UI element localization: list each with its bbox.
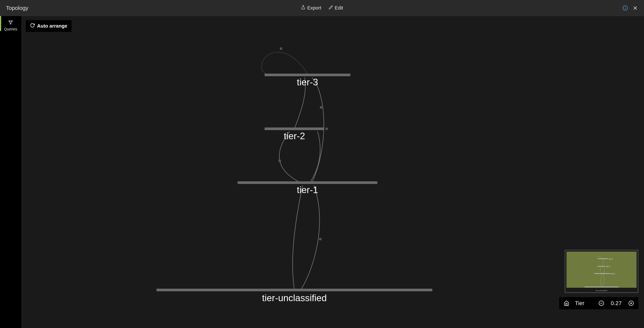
- header-right-actions: [622, 5, 638, 11]
- close-icon[interactable]: [632, 5, 638, 11]
- node-tier-3[interactable]: [264, 74, 350, 76]
- export-icon: [301, 5, 306, 11]
- zoom-out-button[interactable]: [598, 300, 604, 306]
- body: Queries Auto arrange: [0, 16, 644, 328]
- edge-tier3-loop: [262, 52, 308, 75]
- zoom-in-button[interactable]: [628, 300, 634, 306]
- edit-label: Edit: [335, 5, 343, 11]
- sidebar: Queries: [0, 16, 21, 328]
- minimap-viewport[interactable]: tier-3 tier-2 tier-1: [566, 252, 636, 288]
- header: Topology Export Edit: [0, 0, 644, 16]
- queries-icon: [8, 20, 13, 26]
- edge-port: [326, 128, 328, 130]
- export-button[interactable]: Export: [301, 5, 321, 11]
- zoom-controls: Tier 0.27: [559, 297, 638, 309]
- node-label-tier-2: tier-2: [284, 131, 305, 141]
- svg-rect-13: [594, 273, 610, 274]
- node-label-tier-1: tier-1: [297, 185, 318, 195]
- edit-button[interactable]: Edit: [329, 5, 343, 11]
- node-tier-1[interactable]: [238, 181, 377, 184]
- node-tier-unclassified[interactable]: [156, 289, 432, 291]
- svg-text:tier-3: tier-3: [609, 258, 613, 260]
- info-icon[interactable]: [622, 5, 628, 11]
- export-label: Export: [307, 5, 321, 11]
- svg-rect-11: [598, 266, 606, 267]
- svg-text:tier-1: tier-1: [611, 273, 615, 275]
- edge-tier1-unclass-b: [301, 185, 320, 290]
- edge-port: [279, 160, 281, 162]
- header-center-actions: Export Edit: [301, 5, 343, 11]
- minimap[interactable]: tier-3 tier-2 tier-1 tier-unclass: [564, 250, 638, 293]
- svg-rect-15: [584, 287, 618, 287]
- node-label-tier-3: tier-3: [297, 77, 318, 88]
- edge-port: [320, 106, 322, 108]
- edge-port: [320, 238, 321, 240]
- sidebar-item-queries[interactable]: Queries: [4, 18, 17, 33]
- edge-tier1-unclass-a: [292, 185, 302, 290]
- sidebar-item-label: Queries: [4, 27, 17, 31]
- topology-svg: tier-3 tier-2 tier-1 tier-unclassified: [21, 16, 644, 328]
- minimap-footer: tier-unclassified: [565, 289, 638, 292]
- edge-port: [280, 48, 282, 50]
- node-tier-2[interactable]: [264, 128, 324, 130]
- zoom-value: 0.27: [610, 300, 623, 306]
- zoom-mode-label[interactable]: Tier: [575, 300, 584, 306]
- app-root: Topology Export Edit: [0, 0, 644, 328]
- svg-text:tier-2: tier-2: [606, 266, 610, 268]
- pencil-icon: [329, 5, 333, 11]
- node-label-tier-unclassified: tier-unclassified: [262, 293, 327, 303]
- topology-canvas[interactable]: Auto arrange: [21, 16, 644, 328]
- page-title: Topology: [6, 5, 28, 11]
- svg-rect-9: [598, 258, 608, 259]
- home-button[interactable]: [564, 300, 569, 306]
